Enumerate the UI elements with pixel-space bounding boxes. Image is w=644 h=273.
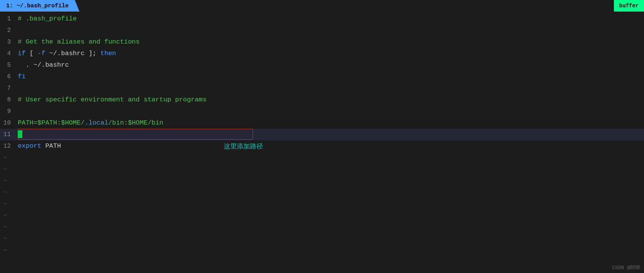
buffer-badge: buffer [614,0,644,12]
line-content[interactable]: fi [15,71,644,83]
token: /bin:$HOME/bin [108,119,164,126]
code-line: 3# Get the aliases and functions [0,36,644,48]
code-line: 10PATH=$PATH:$HOME/.local/bin:$HOME/bin [0,117,644,129]
token: -f [37,50,45,57]
tilde-line: ~ [0,175,644,187]
line-content[interactable]: # User specific environment and startup … [15,94,644,106]
code-area: 1# .bash_profile23# Get the aliases and … [0,12,644,152]
token: .local [84,119,108,126]
line-number: 9 [0,106,15,117]
code-line: 9 [0,106,644,117]
tilde-line: ~ [0,152,644,163]
tilde-char: ~ [0,165,7,173]
line-content[interactable]: . ~/.bashrc [15,59,644,71]
tilde-char: ~ [0,223,7,231]
line-number: 6 [0,71,15,83]
tilde-line: ~ [0,210,644,221]
token: # Get the aliases and functions [18,38,140,46]
token: fi [18,73,25,80]
token: PATH [41,142,61,150]
line-number: 1 [0,13,15,25]
line-content[interactable]: PATH=$PATH:$HOME/.local/bin:$HOME/bin [15,117,644,129]
code-line: 1# .bash_profile [0,13,644,25]
watermark: CSDN @郎哗 [612,264,640,271]
token: ~/.bashrc ]; [45,50,100,57]
code-line: 12export PATH这里添加路径 [0,140,644,152]
line-content[interactable]: # Get the aliases and functions [15,36,644,48]
token: PATH=$PATH:$HOME/ [18,119,84,126]
tilde-char: ~ [0,177,7,185]
token: # User specific environment and startup … [18,96,207,103]
token: then [100,50,116,57]
tilde-char: ~ [0,235,7,243]
token: . ~/.bashrc [18,61,69,69]
line-number: 3 [0,36,15,48]
tilde-area: ~~~~~~~~~ [0,152,644,256]
tilde-char: ~ [0,154,7,162]
code-line: 5 . ~/.bashrc [0,59,644,71]
line-content[interactable]: export PATH [15,140,644,152]
tilde-char: ~ [0,246,7,254]
line-number: 12 [0,140,15,152]
tilde-char: ~ [0,189,7,196]
tilde-line: ~ [0,233,644,244]
code-line: 8# User specific environment and startup… [0,94,644,106]
line-number: 8 [0,94,15,106]
code-line: 2 [0,25,644,36]
active-tab[interactable]: 1: ~/.bash_profile [0,0,79,12]
tilde-line: ~ [0,244,644,256]
tilde-line: ~ [0,187,644,198]
tilde-line: ~ [0,163,644,175]
token: export [18,142,41,150]
line-content[interactable] [15,129,644,140]
line-number: 10 [0,117,15,129]
line-content[interactable]: # .bash_profile [15,13,644,25]
cursor [18,130,22,138]
tilde-line: ~ [0,221,644,233]
code-line: 4if [ -f ~/.bashrc ]; then [0,48,644,59]
token: # .bash_profile [18,15,77,22]
code-line: 6fi [0,71,644,83]
line-number: 5 [0,59,15,71]
tilde-char: ~ [0,212,7,219]
token: [ [25,50,37,57]
editor-container: 1: ~/.bash_profile buffer 1# .bash_profi… [0,0,644,273]
tab-bar: 1: ~/.bash_profile buffer [0,0,644,12]
annotation: 这里添加路径 [224,141,263,153]
token: if [18,50,25,57]
line-number: 7 [0,83,15,94]
line-number: 11 [0,129,15,140]
line-number: 4 [0,48,15,59]
tilde-line: ~ [0,198,644,210]
code-line: 11 [0,129,644,140]
line-number: 2 [0,25,15,36]
tilde-char: ~ [0,200,7,208]
code-line: 7 [0,83,644,94]
line-content[interactable]: if [ -f ~/.bashrc ]; then [15,48,644,59]
